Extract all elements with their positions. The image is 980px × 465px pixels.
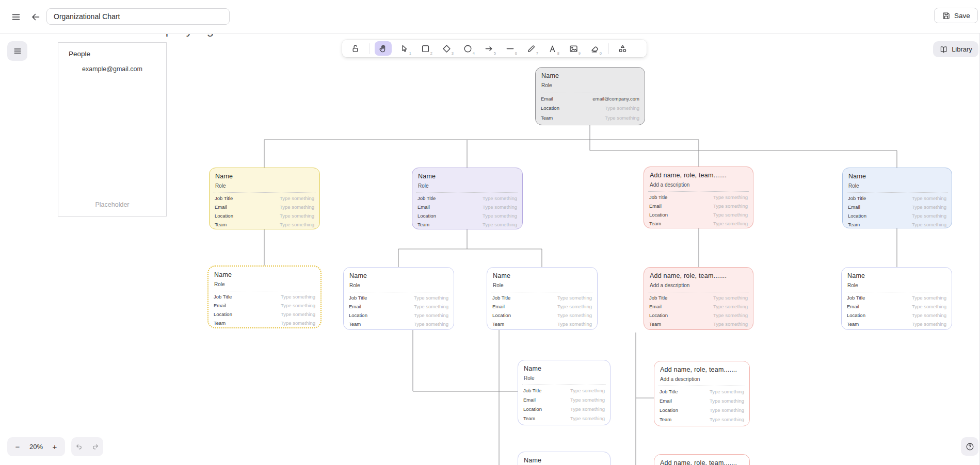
card-field-row: TeamType something bbox=[843, 222, 952, 228]
tool-image[interactable]: 9 bbox=[565, 41, 582, 56]
card-subtitle: Role bbox=[215, 182, 314, 189]
field-placeholder: Type something bbox=[281, 311, 315, 318]
field-placeholder: Type something bbox=[483, 222, 517, 228]
people-panel-title: People bbox=[69, 50, 90, 58]
tool-ellipse[interactable]: 4 bbox=[459, 41, 476, 56]
field-label: Team bbox=[349, 321, 361, 327]
card-divider bbox=[847, 192, 947, 193]
card-field-row: LocationType something bbox=[412, 213, 522, 219]
tool-lock[interactable] bbox=[347, 41, 364, 56]
field-label: Job Title bbox=[215, 195, 233, 202]
people-email-item[interactable]: example@gmail.com bbox=[58, 65, 166, 73]
tool-shortcut-label: 6 bbox=[515, 51, 517, 56]
card-title: Add name, role, team....... bbox=[650, 272, 747, 280]
field-placeholder: Type something bbox=[713, 203, 748, 209]
sidebar-toggle-button[interactable] bbox=[7, 41, 27, 61]
org-card-l4-white[interactable]: NameRoleJob TitleType somethingEmailType… bbox=[518, 360, 611, 425]
tool-draw[interactable]: 7 bbox=[523, 41, 540, 56]
help-button[interactable] bbox=[961, 437, 978, 456]
field-label: Location bbox=[649, 212, 668, 218]
card-subtitle: Add a description bbox=[650, 181, 747, 188]
field-placeholder: Type something bbox=[281, 320, 315, 326]
org-card-l3-selected[interactable]: NameRoleJob TitleType somethingEmailType… bbox=[207, 265, 322, 328]
tool-line[interactable]: 6 bbox=[502, 41, 519, 56]
library-button[interactable]: Library bbox=[933, 41, 978, 57]
field-placeholder: Type something bbox=[710, 417, 744, 423]
field-label: Team bbox=[660, 417, 671, 423]
org-card-l3-white-c[interactable]: NameRoleJob TitleType somethingEmailType… bbox=[841, 267, 952, 330]
card-divider bbox=[491, 292, 593, 292]
field-label: Email bbox=[660, 398, 672, 404]
card-field-row: Job TitleType something bbox=[843, 195, 952, 202]
hand-icon bbox=[378, 44, 388, 54]
field-label: Email bbox=[523, 397, 536, 403]
tool-selection[interactable]: 1 bbox=[396, 41, 413, 56]
menu-button[interactable] bbox=[7, 8, 25, 26]
org-card-l4-pink[interactable]: Add name, role, team.......Add a descrip… bbox=[654, 361, 750, 426]
tool-rectangle[interactable]: 2 bbox=[417, 41, 434, 56]
card-title: Name bbox=[349, 272, 448, 280]
tool-text[interactable]: 8 bbox=[544, 41, 561, 56]
org-card-l2-yellow[interactable]: NameRoleJob TitleType somethingEmailType… bbox=[209, 168, 320, 229]
hamburger-icon bbox=[13, 46, 22, 56]
field-value: email@company.com bbox=[592, 96, 639, 102]
text-icon bbox=[548, 44, 557, 54]
card-field-row: LocationType something bbox=[843, 213, 952, 219]
card-field-row: TeamType something bbox=[210, 222, 319, 228]
tool-eraser[interactable]: 0 bbox=[586, 41, 603, 56]
field-label: Job Title bbox=[492, 295, 510, 301]
redo-icon bbox=[91, 442, 100, 451]
tool-hand[interactable] bbox=[375, 41, 392, 56]
org-card-l5-pink-partial[interactable]: Add name, role, team.......Add a descrip… bbox=[654, 454, 750, 465]
document-title-input[interactable] bbox=[46, 8, 230, 25]
tool-shortcut-label: 2 bbox=[430, 51, 432, 56]
card-field-row: LocationType something bbox=[210, 213, 319, 219]
field-placeholder: Type something bbox=[713, 304, 748, 310]
field-label: Email bbox=[214, 303, 226, 309]
tool-diamond[interactable]: 3 bbox=[438, 41, 455, 56]
tool-shapes[interactable] bbox=[614, 41, 631, 56]
card-title: Name bbox=[524, 365, 604, 373]
redo-button[interactable] bbox=[89, 440, 102, 454]
org-card-root[interactable]: NameRoleEmailemail@company.comLocationTy… bbox=[535, 67, 645, 125]
card-field-row: EmailType something bbox=[842, 304, 952, 310]
save-button[interactable]: Save bbox=[934, 8, 978, 23]
app: { "header": { "title_value": "Organizati… bbox=[0, 0, 980, 465]
card-field-row: LocationType something bbox=[644, 312, 753, 319]
field-placeholder: Type something bbox=[414, 321, 448, 327]
back-button[interactable] bbox=[27, 8, 44, 26]
card-title: Name bbox=[418, 173, 517, 180]
org-card-l2-purple[interactable]: NameRoleJob TitleType somethingEmailType… bbox=[412, 168, 523, 229]
arrow-icon bbox=[484, 44, 494, 54]
card-subtitle: Role bbox=[214, 281, 315, 288]
field-label: Job Title bbox=[847, 295, 865, 301]
card-divider bbox=[214, 192, 315, 193]
org-card-l5-white-partial[interactable]: NameRoleJob TitleType somethingEmailType… bbox=[518, 452, 611, 465]
org-card-l3-pink[interactable]: Add name, role, team.......Add a descrip… bbox=[644, 267, 753, 330]
zoom-level[interactable]: 20% bbox=[29, 443, 43, 451]
undo-button[interactable] bbox=[73, 440, 86, 454]
org-card-l2-blue[interactable]: NameRoleJob TitleType somethingEmailType… bbox=[842, 168, 952, 228]
field-label: Team bbox=[214, 320, 226, 326]
zoom-out-button[interactable]: − bbox=[10, 440, 25, 454]
field-placeholder: Type something bbox=[557, 312, 592, 319]
field-placeholder: Type something bbox=[713, 212, 748, 218]
card-title: Name bbox=[847, 272, 946, 280]
org-card-l3-white-a[interactable]: NameRoleJob TitleType somethingEmailType… bbox=[343, 267, 454, 330]
card-subtitle: Add a description bbox=[660, 376, 744, 383]
field-label: Job Title bbox=[660, 389, 678, 395]
org-card-l2-pink[interactable]: Add name, role, team.......Add a descrip… bbox=[644, 167, 753, 228]
field-placeholder: Type something bbox=[912, 321, 946, 327]
card-field-row: LocationType something bbox=[344, 312, 454, 319]
canvas[interactable]: Company org chart 1234567890 Library Peo… bbox=[0, 34, 980, 465]
tool-arrow[interactable]: 5 bbox=[480, 41, 497, 56]
field-label: Location bbox=[523, 406, 542, 412]
field-label: Location bbox=[660, 407, 678, 413]
card-field-row: EmailType something bbox=[487, 304, 597, 310]
org-card-l3-white-b[interactable]: NameRoleJob TitleType somethingEmailType… bbox=[487, 267, 598, 330]
field-placeholder: Type something bbox=[281, 303, 315, 309]
toolbar: 1234567890 bbox=[342, 40, 647, 57]
field-placeholder: Type something bbox=[280, 222, 314, 228]
zoom-in-button[interactable]: + bbox=[47, 440, 62, 454]
field-label: Location bbox=[541, 105, 559, 111]
